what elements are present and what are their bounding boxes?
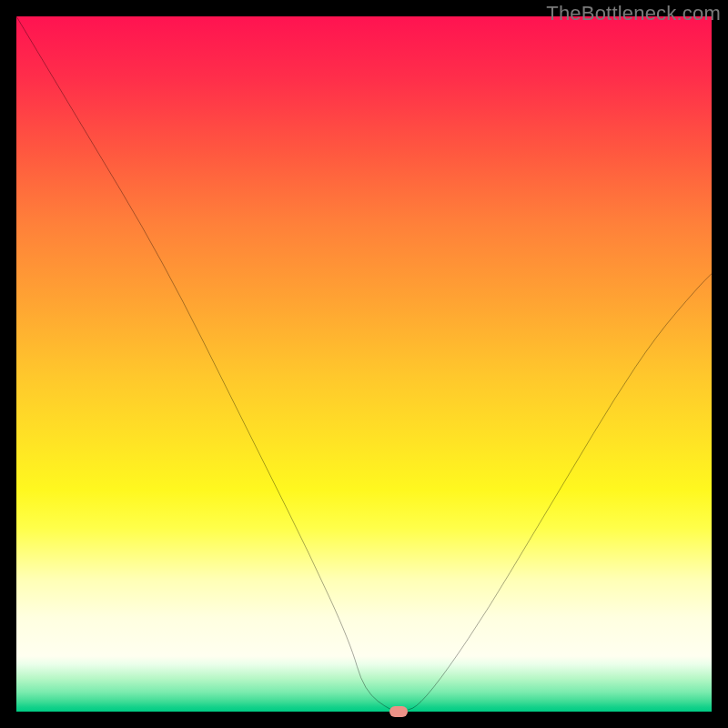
watermark-text: TheBottleneck.com bbox=[546, 2, 721, 25]
gradient-green-band bbox=[16, 656, 712, 712]
chart-plot-area bbox=[16, 16, 712, 712]
optimal-point-marker bbox=[389, 706, 408, 717]
gradient-warm-band bbox=[16, 16, 712, 656]
chart-background-gradient bbox=[16, 16, 712, 712]
